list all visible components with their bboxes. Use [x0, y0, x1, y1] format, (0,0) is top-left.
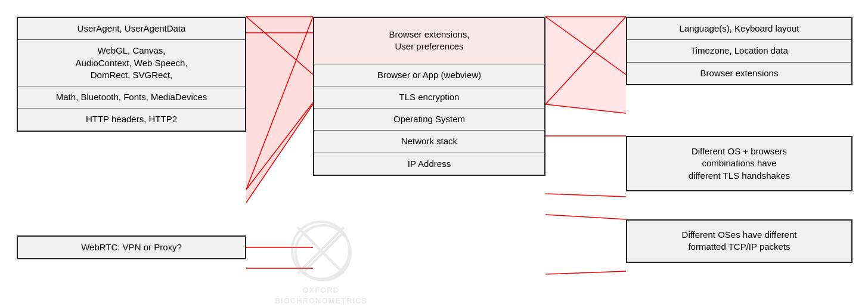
right-top-cell-2: Timezone, Location data	[627, 40, 851, 62]
svg-line-12	[545, 215, 626, 219]
svg-line-19	[304, 234, 342, 272]
svg-marker-7	[545, 17, 626, 113]
right-mid-box: Different OS + browsers combinations hav…	[626, 136, 852, 191]
svg-line-11	[545, 194, 626, 197]
center-cell-1: Browser extensions, User preferences	[314, 18, 544, 64]
center-cell-3: TLS encryption	[314, 86, 544, 108]
right-bot-box: Different OSes have different formatted …	[626, 219, 852, 263]
watermark: OXFORD BIOCHRONOMETRICS STOP FRAUD STAY …	[256, 221, 386, 307]
left-box: UserAgent, UserAgentData WebGL, Canvas, …	[17, 17, 246, 132]
svg-point-18	[296, 225, 351, 280]
bot-left-cell-1: WebRTC: VPN or Proxy?	[18, 237, 245, 258]
left-cell-4: HTTP headers, HTTP2	[18, 108, 245, 130]
svg-line-17	[545, 17, 626, 104]
center-cell-2: Browser or App (webview)	[314, 64, 544, 86]
svg-marker-0	[246, 17, 313, 203]
center-cell-6: IP Address	[314, 153, 544, 175]
svg-line-15	[246, 17, 313, 190]
right-mid-cell-1: Different OS + browsers combinations hav…	[627, 137, 851, 190]
svg-line-4	[246, 103, 313, 190]
left-cell-1: UserAgent, UserAgentData	[18, 18, 245, 40]
svg-line-20	[304, 234, 342, 272]
svg-line-2	[246, 104, 313, 203]
center-cell-5: Network stack	[314, 131, 544, 153]
right-top-cell-1: Language(s), Keyboard layout	[627, 18, 851, 40]
bot-left-box: WebRTC: VPN or Proxy?	[17, 235, 246, 259]
svg-line-14	[246, 17, 313, 75]
diagram-container: UserAgent, UserAgentData WebGL, Canvas, …	[0, 0, 868, 307]
svg-line-13	[545, 271, 626, 274]
watermark-circle	[291, 221, 351, 280]
right-top-box: Language(s), Keyboard layout Timezone, L…	[626, 17, 852, 85]
watermark-text: OXFORD BIOCHRONOMETRICS STOP FRAUD STAY …	[256, 285, 386, 307]
right-top-cell-3: Browser extensions	[627, 63, 851, 84]
left-cell-2: WebGL, Canvas, AudioContext, Web Speech,…	[18, 40, 245, 86]
left-cell-3: Math, Bluetooth, Fonts, MediaDevices	[18, 86, 245, 108]
right-bot-cell-1: Different OSes have different formatted …	[627, 221, 851, 262]
svg-line-16	[545, 17, 626, 75]
center-cell-4: Operating System	[314, 108, 544, 131]
svg-line-9	[545, 104, 626, 113]
center-box: Browser extensions, User preferences Bro…	[313, 17, 545, 176]
